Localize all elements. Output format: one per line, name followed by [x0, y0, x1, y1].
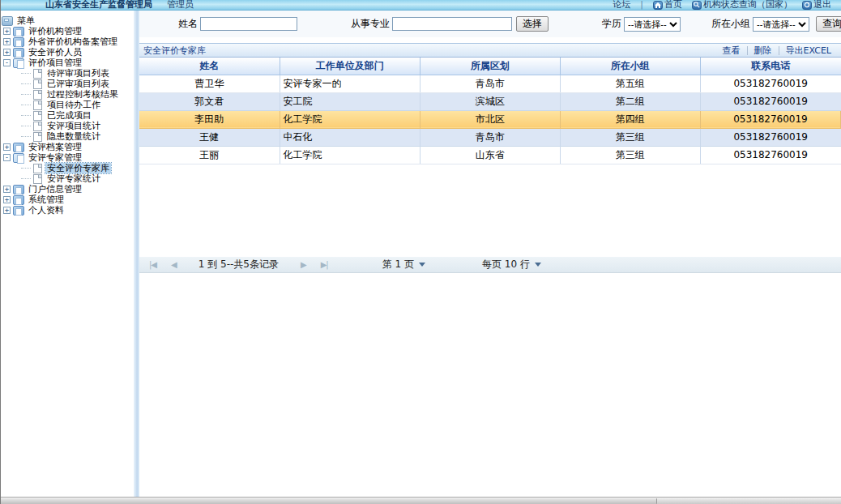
sidebar-item-label[interactable]: 待评审项目列表 [45, 68, 111, 79]
sidebar-divider[interactable] [134, 11, 139, 497]
view-button[interactable]: 查看 [716, 45, 747, 57]
page-icon [33, 122, 42, 131]
page-number-dropdown[interactable]: 第 1 页 [382, 258, 425, 271]
expand-icon[interactable]: + [3, 143, 11, 151]
last-page-icon[interactable]: ▶| [321, 260, 328, 269]
sidebar-item-label[interactable]: 安评档案管理 [27, 142, 83, 152]
horizontal-scrollbar[interactable] [1, 497, 841, 504]
sidebar-item[interactable]: 安评专家统计 [1, 173, 134, 184]
profession-input[interactable] [392, 17, 512, 31]
table-cell: 山东省 [420, 146, 560, 164]
sidebar-item-label[interactable]: 安评专家管理 [27, 152, 83, 163]
forum-link[interactable]: 论坛 [613, 0, 630, 10]
sidebar-item[interactable]: +安评档案管理 [1, 142, 134, 152]
sidebar-item[interactable]: +系统管理 [1, 194, 134, 205]
column-header[interactable]: 所属区划 [420, 58, 560, 75]
expand-icon[interactable]: + [3, 196, 11, 203]
table-body: 曹卫华安评专家一的青岛市第五组053182760019郭文君安工院滨城区第二组0… [139, 75, 841, 164]
logged-in-user: 管理员 [167, 0, 194, 10]
collapse-icon[interactable]: - [3, 154, 11, 161]
logout-link[interactable]: 退出 [802, 0, 831, 10]
page-icon [33, 90, 42, 100]
first-page-icon[interactable]: |◀ [149, 260, 156, 269]
query-button[interactable]: 查询 [816, 16, 841, 32]
chevron-down-icon [535, 263, 541, 267]
sidebar-item-label[interactable]: 安全评价专家库 [45, 163, 111, 173]
org-status-link[interactable]: 机构状态查询（国家） [692, 0, 792, 10]
table-row[interactable]: 王健中石化青岛市第三组053182760019 [139, 128, 841, 146]
sidebar-item[interactable]: 过程控制考核结果 [1, 89, 134, 100]
table-cell: 第三组 [560, 128, 700, 146]
expand-icon[interactable]: + [3, 49, 11, 56]
page-icon [33, 69, 42, 79]
sidebar-item[interactable]: -评价项目管理 [1, 58, 134, 68]
sidebar-item-label[interactable]: 项目待办工作 [45, 100, 102, 110]
table-row[interactable]: 郭文君安工院滨城区第二组053182760019 [139, 92, 841, 110]
table-cell: 滨城区 [420, 92, 560, 110]
column-header[interactable]: 联系电话 [700, 58, 840, 75]
sidebar-item[interactable]: +个人资料 [1, 205, 134, 216]
sidebar-item-label[interactable]: 个人资料 [27, 205, 66, 216]
scrollbar-thumb[interactable] [1, 498, 657, 504]
tree-connector [21, 105, 31, 105]
sidebar: 菜单 +评价机构管理+外省评价机构备案管理+安全评价人员-评价项目管理待评审项目… [1, 11, 134, 497]
sidebar-item[interactable]: +安全评价人员 [1, 47, 134, 58]
table-empty-area [139, 164, 841, 256]
panel-title: 安全评价专家库 [143, 45, 206, 57]
group-select[interactable]: --请选择-- [753, 17, 809, 32]
delete-button[interactable]: 删除 [748, 45, 779, 57]
table-row[interactable]: 王丽化工学院山东省第三组053182760019 [139, 146, 841, 164]
table-cell: 053182760019 [700, 128, 840, 146]
sidebar-item-label[interactable]: 已完成项目 [45, 110, 93, 121]
sidebar-item-label[interactable]: 评价项目管理 [27, 58, 83, 68]
table-row[interactable]: 曹卫华安评专家一的青岛市第五组053182760019 [139, 75, 841, 92]
column-header[interactable]: 工作单位及部门 [280, 58, 420, 75]
expand-icon[interactable]: + [3, 38, 11, 45]
column-header[interactable]: 所在小组 [560, 58, 700, 75]
sidebar-item-label[interactable]: 门户信息管理 [27, 184, 83, 194]
name-input[interactable] [200, 17, 297, 31]
table-cell: 第三组 [560, 146, 700, 164]
application-window: 山东省安全生产监督管理局 管理员 论坛 | 首页 机构状态查询（国家） 退出 菜… [0, 0, 841, 504]
table-cell: 青岛市 [420, 128, 560, 146]
expand-icon[interactable]: + [3, 28, 11, 35]
page-size-dropdown[interactable]: 每页 10 行 [482, 258, 541, 271]
next-page-icon[interactable]: ▶ [301, 260, 306, 269]
sidebar-item[interactable]: +外省评价机构备案管理 [1, 36, 134, 47]
group-field-label: 所在小组 [711, 17, 750, 31]
sidebar-item-label[interactable]: 安评专家统计 [45, 173, 102, 184]
sidebar-item[interactable]: 项目待办工作 [1, 100, 134, 110]
sidebar-item[interactable]: 安全评价专家库 [1, 163, 134, 173]
expand-icon[interactable]: + [3, 186, 11, 193]
tree-connector [21, 126, 31, 126]
sidebar-item[interactable]: +门户信息管理 [1, 184, 134, 194]
sidebar-item[interactable]: -安评专家管理 [1, 152, 134, 163]
sidebar-item-label[interactable]: 已评审项目列表 [45, 79, 111, 89]
prev-page-icon[interactable]: ◀ [171, 260, 177, 269]
panel-actions: 查看删除导出EXCEL [716, 45, 838, 57]
sidebar-item[interactable]: 隐患数量统计 [1, 131, 134, 142]
sidebar-item-label[interactable]: 安评项目统计 [45, 121, 102, 131]
sidebar-item-label[interactable]: 安全评价人员 [27, 47, 83, 58]
export-excel-button[interactable]: 导出EXCEL [779, 45, 838, 57]
sidebar-item[interactable]: 待评审项目列表 [1, 68, 134, 79]
sidebar-item-label[interactable]: 评价机构管理 [27, 26, 83, 36]
column-header[interactable]: 姓名 [139, 58, 280, 75]
sidebar-item-label[interactable]: 过程控制考核结果 [45, 89, 120, 100]
sidebar-item-label[interactable]: 外省评价机构备案管理 [27, 36, 119, 47]
collapse-icon[interactable]: - [3, 59, 11, 66]
education-select[interactable]: --请选择-- [624, 17, 681, 32]
table-cell: 郭文君 [139, 92, 280, 110]
sidebar-item[interactable]: +评价机构管理 [1, 26, 134, 36]
expand-icon[interactable]: + [3, 207, 11, 214]
choose-button[interactable]: 选择 [516, 16, 549, 32]
main-content: 姓名 从事专业 选择 学历 --请选择-- 所在小组 --请选择-- 查询 重置… [139, 11, 841, 497]
table-row[interactable]: 李田助化工学院市北区第四组053182760019 [139, 110, 841, 128]
table-cell: 第二组 [560, 92, 700, 110]
sidebar-item-label[interactable]: 系统管理 [27, 194, 66, 205]
sidebar-item[interactable]: 已评审项目列表 [1, 79, 134, 89]
sidebar-item[interactable]: 安评项目统计 [1, 121, 134, 131]
home-link[interactable]: 首页 [653, 0, 682, 10]
sidebar-item[interactable]: 已完成项目 [1, 110, 134, 121]
sidebar-item-label[interactable]: 隐患数量统计 [45, 131, 102, 142]
